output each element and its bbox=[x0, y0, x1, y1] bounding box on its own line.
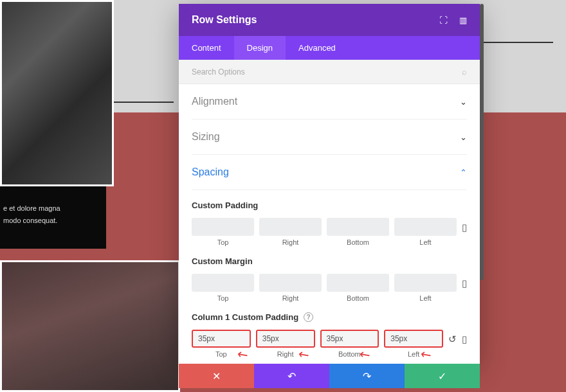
tabs-bar: Content Design Advanced bbox=[179, 36, 480, 60]
group-label: Custom Margin bbox=[192, 256, 467, 266]
section-spacing[interactable]: Spacing ⌃ bbox=[192, 155, 467, 190]
expand-icon[interactable]: ⛶ bbox=[439, 15, 448, 25]
cancel-button[interactable]: ✕ bbox=[179, 364, 254, 388]
group-custom-margin: Custom Margin Top Right Bottom Left ▯ bbox=[192, 246, 467, 302]
side-label: Bottom bbox=[320, 350, 379, 358]
padding-right-input[interactable] bbox=[259, 218, 322, 236]
side-label: Right bbox=[256, 350, 315, 358]
padding-top-field: Top bbox=[192, 218, 254, 246]
chevron-down-icon: ⌄ bbox=[460, 97, 467, 107]
tab-content[interactable]: Content bbox=[179, 36, 234, 60]
search-icon[interactable]: ⌕ bbox=[462, 67, 467, 76]
margin-left-input[interactable] bbox=[394, 274, 457, 292]
padding-bottom-input[interactable] bbox=[327, 218, 389, 236]
section-alignment[interactable]: Alignment ⌄ bbox=[192, 84, 467, 120]
side-label: Bottom bbox=[327, 238, 389, 246]
margin-left-field: Left bbox=[394, 274, 457, 302]
col1-left-field: Left bbox=[384, 330, 443, 358]
group-side-icons: ▯ bbox=[462, 274, 467, 289]
padding-right-field: Right bbox=[259, 218, 322, 246]
help-icon[interactable]: ? bbox=[304, 312, 313, 322]
grid-icon[interactable]: ▥ bbox=[459, 15, 467, 25]
responsive-icon[interactable]: ▯ bbox=[462, 334, 467, 345]
side-label: Top bbox=[192, 238, 254, 246]
section-title: Sizing bbox=[192, 131, 220, 143]
side-label: Right bbox=[259, 294, 322, 302]
responsive-icon[interactable]: ▯ bbox=[462, 278, 467, 289]
margin-bottom-field: Bottom bbox=[327, 274, 389, 302]
margin-top-input[interactable] bbox=[192, 274, 254, 292]
group-label: Custom Padding bbox=[192, 200, 467, 210]
padding-left-field: Left bbox=[394, 218, 457, 246]
margin-top-field: Top bbox=[192, 274, 254, 302]
divider-left bbox=[109, 102, 174, 103]
side-label: Left bbox=[394, 294, 457, 302]
image-sky bbox=[0, 260, 180, 392]
group-side-icons: ▯ bbox=[462, 218, 467, 233]
padding-top-input[interactable] bbox=[192, 218, 254, 236]
reset-icon[interactable]: ↺ bbox=[448, 334, 457, 345]
panel-header-icons: ⛶ ▥ bbox=[439, 15, 467, 25]
col1-padding-row: Top Right Bottom Left ↺▯ ↖ ↖ ↖ ↖ bbox=[192, 330, 467, 358]
padding-left-input[interactable] bbox=[394, 218, 457, 236]
panel-body: Alignment ⌄ Sizing ⌄ Spacing ⌃ Custom Pa… bbox=[179, 84, 480, 364]
chevron-down-icon: ⌄ bbox=[460, 132, 467, 142]
side-label: Top bbox=[192, 350, 251, 358]
image-city bbox=[0, 0, 114, 186]
caption-line: modo consequat. bbox=[3, 215, 98, 227]
responsive-icon[interactable]: ▯ bbox=[462, 222, 467, 233]
side-label: Top bbox=[192, 294, 254, 302]
search-placeholder: Search Options bbox=[192, 67, 245, 76]
caption-line: e et dolore magna bbox=[3, 202, 98, 215]
side-label: Right bbox=[259, 238, 322, 246]
settings-panel: Row Settings ⛶ ▥ Content Design Advanced… bbox=[179, 4, 480, 364]
search-bar[interactable]: Search Options ⌕ bbox=[179, 60, 480, 84]
panel-header: Row Settings ⛶ ▥ bbox=[179, 4, 480, 36]
col1-left-input[interactable] bbox=[384, 330, 443, 348]
section-title: Spacing bbox=[192, 166, 229, 178]
undo-button[interactable]: ↶ bbox=[254, 364, 329, 388]
section-sizing[interactable]: Sizing ⌄ bbox=[192, 120, 467, 155]
padding-bottom-field: Bottom bbox=[327, 218, 389, 246]
col1-bottom-field: Bottom bbox=[320, 330, 379, 358]
panel-footer: ✕ ↶ ↷ ✓ bbox=[179, 364, 480, 388]
tab-advanced[interactable]: Advanced bbox=[286, 36, 349, 60]
margin-bottom-input[interactable] bbox=[327, 274, 389, 292]
redo-button[interactable]: ↷ bbox=[329, 364, 405, 388]
group-custom-padding: Custom Padding Top Right Bottom Left ▯ bbox=[192, 190, 467, 246]
scrollbar[interactable] bbox=[480, 4, 484, 280]
padding-row: Top Right Bottom Left ▯ bbox=[192, 218, 467, 246]
col1-right-input[interactable] bbox=[256, 330, 315, 348]
col1-right-field: Right bbox=[256, 330, 315, 358]
col1-top-field: Top bbox=[192, 330, 251, 358]
chevron-up-icon: ⌃ bbox=[460, 168, 467, 177]
col1-bottom-input[interactable] bbox=[320, 330, 379, 348]
group-label: Column 1 Custom Padding? bbox=[192, 312, 467, 322]
col1-top-input[interactable] bbox=[192, 330, 251, 348]
margin-row: Top Right Bottom Left ▯ bbox=[192, 274, 467, 302]
side-label: Bottom bbox=[327, 294, 389, 302]
group-col1-padding: Column 1 Custom Padding? Top Right Botto… bbox=[192, 302, 467, 358]
tab-design[interactable]: Design bbox=[234, 36, 286, 60]
margin-right-input[interactable] bbox=[259, 274, 322, 292]
panel-title: Row Settings bbox=[192, 14, 257, 26]
group-side-icons: ↺▯ bbox=[448, 330, 467, 345]
side-label: Left bbox=[384, 350, 443, 358]
section-title: Alignment bbox=[192, 96, 237, 107]
image-caption: e et dolore magna modo consequat. bbox=[0, 186, 106, 249]
save-button[interactable]: ✓ bbox=[405, 364, 480, 388]
side-label: Left bbox=[394, 238, 457, 246]
margin-right-field: Right bbox=[259, 274, 322, 302]
